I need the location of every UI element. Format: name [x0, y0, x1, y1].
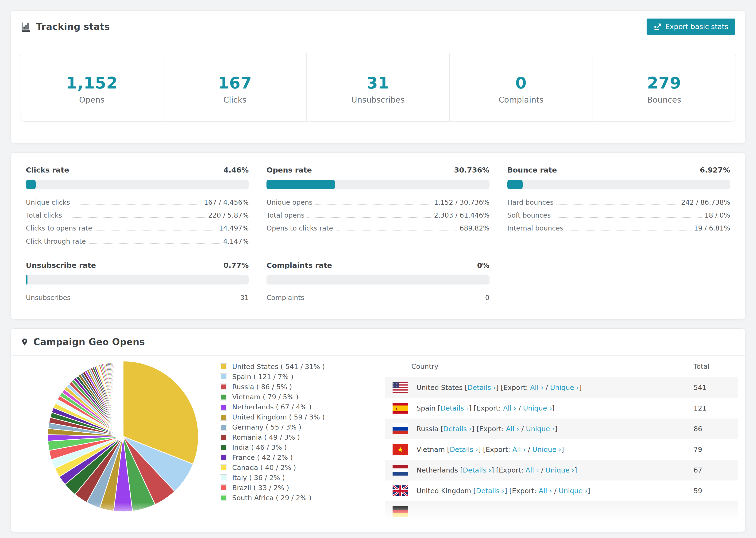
dotted-leader: [554, 217, 702, 218]
legend-label: United Kingdom ( 59 / 3% ): [232, 413, 325, 421]
rate-row-value: 242 / 86.738%: [681, 198, 730, 207]
rate-value: 4.46%: [224, 166, 249, 174]
rates-grid: Clicks rate 4.46% Unique clicks 167 / 4.…: [26, 166, 730, 302]
legend-item: United Kingdom ( 59 / 3% ): [220, 412, 325, 422]
rate-row: Unique clicks 167 / 4.456%: [26, 198, 249, 207]
dotted-leader: [557, 204, 678, 205]
legend-item: Russia ( 86 / 5% ): [220, 382, 325, 392]
table-row: Vietnam [Details ›] [Export: All › / Uni…: [385, 439, 738, 460]
dotted-leader: [336, 231, 457, 231]
rate-rows: Unique clicks 167 / 4.456% Total clicks …: [26, 198, 249, 245]
export-basic-stats-button[interactable]: Export basic stats: [647, 19, 735, 35]
legend-swatch: [220, 455, 227, 461]
stat-box: 0 Complaints: [449, 53, 592, 121]
rate-progress: [266, 275, 489, 285]
legend-swatch: [220, 485, 227, 491]
total-cell: 121: [693, 404, 738, 412]
rate-block: Bounce rate 6.927% Hard bounces 242 / 86…: [507, 166, 730, 245]
rate-row-value: 4.147%: [223, 238, 249, 245]
rate-row: Hard bounces 242 / 86.738%: [507, 198, 730, 207]
stat-label: Opens: [21, 95, 163, 104]
stat-box: 167 Clicks: [163, 53, 306, 121]
stat-value: 0: [450, 74, 592, 92]
export-unique-link[interactable]: Unique ›: [532, 446, 561, 454]
rate-row: Total opens 2,303 / 61.446%: [266, 211, 489, 219]
rate-row: Unique opens 1,152 / 30.736%: [266, 198, 489, 207]
legend-label: Canada ( 40 / 2% ): [232, 463, 296, 471]
legend-swatch: [220, 364, 227, 370]
rate-row-label: Soft bounces: [507, 211, 551, 219]
details-link[interactable]: Details ›: [476, 487, 504, 495]
legend-item: Germany ( 55 / 3% ): [220, 422, 325, 432]
rate-row: Soft bounces 18 / 0%: [507, 211, 730, 219]
geo-content: United States ( 541 / 31% ) Spain ( 121 …: [11, 355, 745, 532]
export-unique-link[interactable]: Unique ›: [526, 425, 555, 433]
legend-item: India ( 46 / 3% ): [220, 443, 325, 453]
rate-title: Opens rate: [266, 166, 312, 174]
stat-label: Complaints: [450, 95, 592, 104]
rate-row-label: Hard bounces: [507, 198, 554, 207]
rate-row-label: Unique clicks: [26, 198, 70, 207]
export-all-link[interactable]: All ›: [513, 446, 526, 454]
legend-label: India ( 46 / 3% ): [232, 443, 287, 452]
total-cell: 79: [693, 446, 738, 454]
details-link[interactable]: Details ›: [450, 446, 478, 454]
legend-item: Spain ( 121 / 7% ): [220, 372, 325, 382]
rate-progress-fill: [507, 180, 523, 189]
legend-swatch: [220, 414, 227, 420]
details-link[interactable]: Details ›: [443, 425, 472, 433]
export-all-link[interactable]: All ›: [506, 425, 519, 433]
flag-icon-us: [393, 382, 408, 393]
legend-swatch: [220, 434, 227, 441]
details-link[interactable]: Details ›: [441, 404, 469, 412]
details-link[interactable]: Details ›: [467, 384, 496, 392]
dotted-leader: [307, 217, 431, 218]
legend-item: Vietnam ( 79 / 5% ): [220, 392, 325, 402]
export-all-link[interactable]: All ›: [539, 487, 552, 495]
table-row: United States [Details ›] [Export: All ›…: [385, 377, 738, 398]
legend-item: Netherlands ( 67 / 4% ): [220, 402, 325, 412]
export-all-link[interactable]: All ›: [503, 404, 516, 412]
country-cell: Vietnam [Details ›] [Export: All › / Uni…: [408, 446, 693, 454]
rate-value: 30.736%: [454, 166, 490, 174]
export-all-link[interactable]: All ›: [525, 466, 539, 474]
geo-opens-pie-chart[interactable]: [46, 359, 200, 513]
legend-label: Vietnam ( 79 / 5% ): [232, 393, 298, 401]
geo-title: Campaign Geo Opens: [33, 337, 145, 347]
tracking-card-header: Tracking stats Export basic stats: [11, 11, 745, 43]
country-cell: Netherlands [Details ›] [Export: All › /…: [408, 466, 693, 474]
stat-value: 279: [593, 74, 735, 92]
legend-label: Spain ( 121 / 7% ): [232, 373, 294, 381]
rate-rows: Unsubscribes 31: [26, 294, 249, 302]
rate-progress-fill: [266, 180, 335, 189]
legend-item: Romania ( 49 / 3% ): [220, 432, 325, 443]
page: Tracking stats Export basic stats 1,152 …: [0, 0, 756, 532]
stat-box: 279 Bounces: [593, 53, 735, 121]
legend-swatch: [220, 384, 227, 390]
rate-row-value: 2,303 / 61.446%: [434, 211, 490, 219]
legend-item: Canada ( 40 / 2% ): [220, 463, 325, 473]
export-unique-link[interactable]: Unique ›: [523, 404, 552, 412]
flag-icon-vn: [393, 444, 408, 455]
rate-row-value: 1,152 / 30.736%: [434, 198, 490, 207]
rate-title: Unsubscribe rate: [26, 261, 96, 269]
rate-value: 6.927%: [700, 166, 730, 174]
table-header: Country Total: [385, 355, 738, 377]
export-unique-link[interactable]: Unique ›: [550, 384, 579, 392]
rate-row: Clicks to opens rate 14.497%: [26, 224, 249, 232]
rate-block: Complaints rate 0% Complaints 0: [266, 261, 489, 302]
export-all-link[interactable]: All ›: [530, 384, 544, 392]
rate-row: Opens to clicks rate 689.82%: [266, 224, 489, 232]
stat-value: 167: [163, 74, 306, 92]
export-unique-link[interactable]: Unique ›: [545, 466, 574, 474]
table-row: Spain [Details ›] [Export: All › / Uniqu…: [385, 398, 738, 418]
rate-row-value: 0: [485, 294, 490, 302]
rate-row-label: Opens to clicks rate: [266, 224, 333, 232]
country-cell: United Kingdom [Details ›] [Export: All …: [408, 487, 693, 495]
details-link[interactable]: Details ›: [463, 466, 491, 474]
export-unique-link[interactable]: Unique ›: [559, 487, 587, 495]
rate-row-value: 14.497%: [219, 224, 249, 232]
flag-icon-es: [393, 403, 408, 413]
page-title: Tracking stats: [36, 21, 110, 32]
rate-block: Unsubscribe rate 0.77% Unsubscribes 31: [26, 261, 249, 302]
